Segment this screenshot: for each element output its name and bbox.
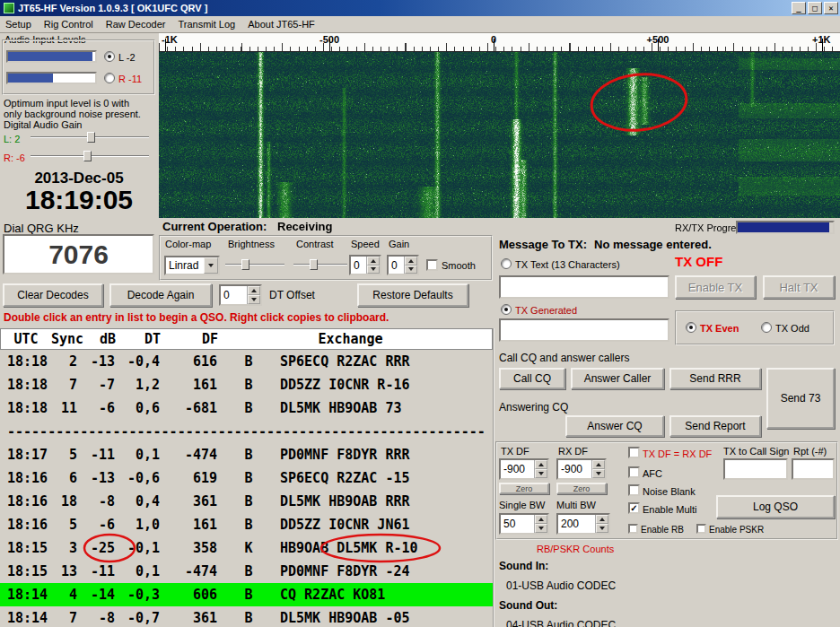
gain-down-button[interactable]: [405, 266, 417, 274]
right-channel-radio[interactable]: [104, 73, 115, 83]
maximize-button[interactable]: □: [808, 2, 822, 14]
left-channel-radio[interactable]: [104, 51, 115, 62]
enable-multi-checkbox[interactable]: [628, 502, 640, 514]
tx-df-zero-button[interactable]: Zero: [499, 483, 549, 494]
menu-rig-control[interactable]: Rig Control: [39, 17, 101, 32]
decode-cell: DD5ZZ I0CNR JN61: [280, 517, 493, 533]
single-bw-input[interactable]: [501, 515, 534, 533]
rx-df-down-button[interactable]: [592, 469, 605, 478]
menu-raw-decoder[interactable]: Raw Decoder: [101, 17, 173, 32]
answer-caller-button[interactable]: Answer Caller: [571, 368, 664, 389]
noise-blank-checkbox[interactable]: [628, 484, 640, 496]
gain-input[interactable]: [389, 257, 404, 274]
header-dt: DT: [116, 331, 161, 347]
contrast-label: Contrast: [296, 239, 334, 249]
slider-thumb[interactable]: [83, 151, 92, 161]
decode-row[interactable]: 18:147-8-0,7361BDL5MK HB9OAB -05: [0, 606, 493, 627]
dt-offset-input[interactable]: [221, 286, 247, 304]
tx-generated-input[interactable]: [501, 320, 668, 340]
gain-right-slider[interactable]: [31, 150, 149, 162]
rx-df-zero-button[interactable]: Zero: [556, 483, 607, 494]
halt-tx-button[interactable]: Halt TX: [763, 275, 835, 299]
colormap-dropdown-button[interactable]: [204, 257, 218, 274]
waterfall-canvas[interactable]: [159, 52, 840, 218]
decode-row[interactable]: 18:1513-110,1-474BPD0MNF F8DYR -24: [0, 560, 493, 583]
tx-df-input[interactable]: [501, 460, 534, 478]
multi-bw-down-button[interactable]: [596, 524, 608, 533]
decode-row[interactable]: 18:175-110,1-474BPD0MNF F8DYR RRR: [0, 443, 493, 466]
multi-bw-input[interactable]: [558, 515, 595, 533]
decode-cell: 18:14: [0, 587, 50, 603]
rx-df-spinner: [556, 458, 607, 480]
tx-df-up-button[interactable]: [535, 460, 547, 469]
speed-up-button[interactable]: [367, 257, 380, 266]
slider-thumb[interactable]: [310, 259, 318, 270]
dt-offset-down-button[interactable]: [248, 295, 260, 304]
menu-transmit-log[interactable]: Transmit Log: [172, 17, 242, 32]
enable-tx-button[interactable]: Enable TX: [675, 275, 756, 299]
menu-about[interactable]: About JT65-HF: [242, 17, 322, 32]
smooth-checkbox[interactable]: [426, 259, 438, 271]
decode-cell: SP6ECQ R2ZAC -15: [280, 470, 493, 486]
call-cq-button[interactable]: Call CQ: [499, 368, 565, 389]
brightness-slider[interactable]: [225, 258, 284, 271]
send-73-button[interactable]: Send 73: [766, 368, 835, 429]
answer-cq-button[interactable]: Answer CQ: [565, 415, 664, 437]
speed-down-button[interactable]: [367, 266, 380, 274]
multi-bw-up-button[interactable]: [596, 515, 608, 524]
single-bw-down-button[interactable]: [535, 524, 547, 533]
rx-df-input[interactable]: [558, 460, 591, 478]
decode-row[interactable]: 18:153-25-0,1358KHB9OAB DL5MK R-10: [0, 536, 493, 560]
multi-bw-label: Multi BW: [556, 500, 596, 510]
decode-cell: -11: [77, 563, 115, 579]
close-button[interactable]: ✕: [824, 2, 838, 14]
minimize-button[interactable]: _: [792, 2, 806, 14]
clear-decodes-button[interactable]: Clear Decodes: [3, 283, 103, 307]
decode-row[interactable]: 18:165-61,0161BDD5ZZ I0CNR JN61: [0, 513, 493, 536]
app-icon: [4, 3, 14, 13]
tx-generated-radio[interactable]: [501, 304, 512, 315]
gain-left-slider[interactable]: [31, 131, 149, 144]
enable-pskr-checkbox[interactable]: [696, 524, 706, 534]
tx-generated-field-wrap: [499, 318, 669, 342]
log-qso-button[interactable]: Log QSO: [716, 495, 835, 518]
menu-setup[interactable]: Setup: [0, 17, 39, 32]
contrast-slider[interactable]: [293, 258, 347, 271]
down-arrow-icon: [538, 472, 544, 475]
afc-checkbox[interactable]: [628, 466, 640, 478]
decode-row[interactable]: 18:1618-80,4361BDL5MK HB9OAB RRR: [0, 490, 493, 513]
decode-cell: -474: [160, 563, 217, 579]
send-report-button[interactable]: Send Report: [669, 415, 761, 437]
decode-again-button[interactable]: Decode Again: [109, 283, 212, 307]
down-arrow-icon: [251, 298, 257, 301]
titlebar[interactable]: JT65-HF Version 1.0.9.3 [ OK1UFC QRV ] _…: [0, 0, 840, 16]
tx-text-input[interactable]: [501, 277, 668, 297]
decode-row[interactable]: 18:166-13-0,6619BSP6ECQ R2ZAC -15: [0, 466, 493, 490]
message-to-tx-label: Message To TX:: [499, 238, 587, 251]
rpt-input[interactable]: [793, 460, 833, 478]
send-rrr-button[interactable]: Send RRR: [669, 368, 761, 389]
gain-up-button[interactable]: [405, 257, 417, 266]
rx-df-up-button[interactable]: [592, 460, 605, 469]
speed-input[interactable]: [351, 257, 366, 274]
decode-row[interactable]: 18:187-71,2161BDD5ZZ I0CNR R-16: [0, 373, 493, 396]
colormap-select[interactable]: Linrad: [164, 256, 220, 275]
dt-offset-up-button[interactable]: [248, 286, 260, 295]
tx-odd-radio[interactable]: [761, 322, 772, 333]
decode-row[interactable]: 18:1811-60,6-681BDL5MK HB9OAB 73: [0, 396, 493, 420]
scale-label-zero: 0: [491, 34, 496, 45]
slider-thumb[interactable]: [87, 132, 95, 143]
frequency-ruler: -1K -500 0 +500 +1K: [159, 33, 840, 52]
decode-row[interactable]: 18:182-13-0,4616BSP6ECQ R2ZAC RRR: [0, 350, 493, 373]
tx-even-radio[interactable]: [686, 322, 696, 333]
tx-eq-rx-checkbox[interactable]: [628, 447, 640, 458]
enable-rb-checkbox[interactable]: [628, 524, 638, 534]
tx-df-down-button[interactable]: [535, 469, 547, 478]
tx-text-radio[interactable]: [501, 258, 512, 269]
decode-row[interactable]: 18:144-14-0,3606BCQ R2ZAC KO81: [0, 583, 493, 606]
single-bw-up-button[interactable]: [535, 515, 547, 524]
slider-thumb[interactable]: [241, 259, 249, 270]
restore-defaults-button[interactable]: Restore Defaults: [357, 283, 468, 307]
decode-cell: B: [217, 470, 280, 486]
tx-to-call-input[interactable]: [725, 460, 786, 478]
